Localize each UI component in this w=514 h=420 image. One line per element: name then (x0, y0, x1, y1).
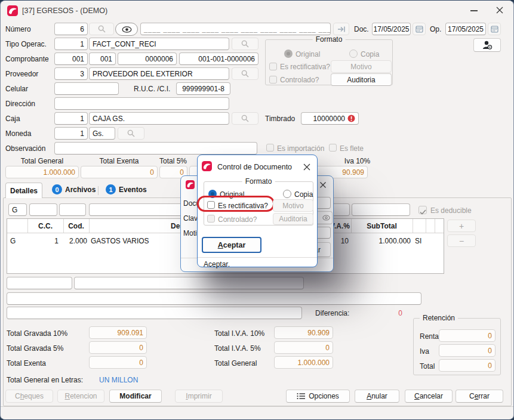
dialog-original-radio[interactable] (208, 190, 217, 198)
opciones-button[interactable]: Opciones (286, 390, 350, 403)
doc-calendar-button[interactable] (413, 23, 426, 35)
total-exenta-field: 0 (89, 356, 147, 369)
app-window: [37] EGRESOS - (DEMO) Número 6 ____ ____… (0, 0, 514, 420)
col-header-cod[interactable]: Cod. (63, 222, 89, 230)
close-button[interactable] (303, 163, 311, 171)
filter-field-cc[interactable] (29, 203, 57, 216)
total-iva10-label: Total I.V.A. 10% (214, 329, 264, 338)
moneda-desc-field[interactable]: Gs. (89, 127, 115, 140)
ruc-field[interactable]: 999999901-8 (176, 82, 230, 95)
comprobante-label: Comprobante (5, 55, 49, 63)
celular-label: Celular (5, 85, 28, 93)
total-exenta-label: Total Exenta (7, 359, 46, 368)
observacion-field[interactable] (54, 142, 257, 155)
doc-date-field[interactable]: 17/05/2025 (372, 23, 411, 35)
add-row-button[interactable]: + (447, 220, 476, 232)
total-5-top-label: Total 5% (153, 157, 193, 165)
moneda-code-field[interactable]: 1 (54, 127, 88, 140)
proveedor-search-button[interactable] (232, 67, 258, 80)
caja-search-button[interactable] (232, 112, 258, 125)
copia-radio[interactable] (349, 50, 358, 58)
imprimir-button[interactable]: Imprimir (175, 390, 223, 403)
timbrado-value: 10000000 (313, 115, 345, 123)
cancelar-button[interactable]: Cancelar (405, 390, 453, 403)
celular-field[interactable] (54, 82, 119, 95)
minimize-button[interactable] (470, 10, 478, 11)
original-radio[interactable] (284, 50, 293, 58)
dialog-motivo-button[interactable]: Motivo (273, 199, 313, 212)
col-header-cc[interactable]: C.C. (27, 222, 63, 230)
submit-arrow-button[interactable] (333, 23, 349, 35)
total-iva5-label: Total I.V.A. 5% (214, 344, 261, 353)
dialog-copia-radio[interactable] (283, 190, 291, 198)
es-flete-checkbox[interactable] (329, 144, 337, 152)
cheques-button[interactable]: Cheques (5, 390, 53, 403)
tab-archivos[interactable]: Archivos (65, 186, 96, 194)
search-icon (98, 25, 106, 33)
comprobante-field-2[interactable]: 001 (89, 52, 116, 65)
numero-search-button[interactable] (89, 23, 114, 35)
timbrado-field[interactable]: 10000000 (301, 112, 359, 125)
row-cod[interactable]: 2.000 (57, 237, 87, 245)
barcode-field[interactable]: ____ ____ ____ ____ ____ ____ ____ ____ … (140, 23, 331, 35)
detail-extra-field-4[interactable] (7, 307, 302, 319)
dialog-auditoria-button[interactable]: Auditoria (273, 213, 313, 225)
row-descripcion[interactable]: GASTOS VARIOS (91, 237, 149, 245)
calendar-icon (491, 25, 498, 33)
dialog-controlado-checkbox[interactable] (207, 215, 215, 223)
row-tipo[interactable]: G (10, 237, 16, 245)
total-gravada10-label: Total Gravada 10% (7, 329, 67, 338)
row-deducible[interactable]: SI (415, 237, 421, 245)
tab-eventos[interactable]: Eventos (119, 186, 147, 194)
list-icon (297, 393, 305, 400)
user-audit-button[interactable] (473, 38, 501, 52)
detail-extra-field-3[interactable] (7, 292, 421, 305)
op-date-field[interactable]: 17/05/2025 (445, 23, 486, 35)
preview-eye-button[interactable] (115, 23, 138, 36)
remove-row-button[interactable]: − (447, 234, 476, 247)
filter-field-cod[interactable] (59, 203, 86, 216)
dialog-separator (198, 257, 317, 258)
row-cc[interactable]: 1 (27, 237, 59, 245)
detail-extra-field-2[interactable] (74, 277, 304, 289)
motivo-button[interactable]: Motivo (331, 60, 392, 73)
proveedor-code-field[interactable]: 3 (54, 67, 88, 80)
dialog-copia-label: Copia (294, 190, 313, 199)
caja-desc-field[interactable]: CAJA GS. (89, 112, 229, 125)
filter-field-tipo[interactable]: G (8, 203, 27, 216)
es-importacion-label: Es importación (277, 144, 324, 153)
comprobante-field-3[interactable]: 0000006 (118, 52, 177, 65)
direccion-field[interactable] (54, 97, 229, 110)
row-subtotal[interactable]: 1.000.000 (351, 237, 411, 245)
es-deducible-checkbox[interactable] (418, 206, 427, 214)
es-importacion-checkbox[interactable] (266, 144, 274, 152)
filter-field-extra[interactable] (352, 203, 410, 216)
tipo-operac-search-button[interactable] (232, 38, 258, 50)
total-gravada10-field: 909.091 (89, 326, 147, 339)
close-button[interactable] (495, 6, 504, 14)
op-calendar-button[interactable] (488, 23, 501, 35)
es-rectificativa-checkbox[interactable] (269, 63, 277, 70)
modificar-button[interactable]: Modificar (109, 390, 162, 403)
auditoria-button[interactable]: Auditoria (331, 73, 392, 86)
tab-detalles[interactable]: Detalles (5, 183, 42, 198)
caja-code-field[interactable]: 1 (54, 112, 88, 125)
controlado-checkbox[interactable] (269, 76, 277, 84)
dialog-aceptar-button[interactable]: Aceptar (202, 237, 261, 253)
dialog-rectificativa-checkbox[interactable] (207, 201, 215, 209)
retencion-button[interactable]: Retencion (57, 390, 104, 403)
numero-field[interactable]: 6 (54, 23, 88, 35)
eye-icon (322, 215, 330, 221)
comprobante-field-1[interactable]: 001 (54, 52, 88, 65)
anular-button[interactable]: Anular (355, 390, 399, 403)
tipo-operac-code-field[interactable]: 1 (54, 38, 88, 50)
detail-extra-field-1[interactable] (7, 277, 72, 289)
proveedor-desc-field[interactable]: PROVEEDOR DEL EXTERIOR (89, 67, 229, 80)
tipo-operac-desc-field[interactable]: FACT_CONT_RECI (89, 38, 229, 50)
comprobante-field-4[interactable]: 001-001-0000006 (179, 52, 258, 65)
cerrar-button[interactable]: Cerrar (455, 390, 503, 403)
es-deducible-label: Es deducible (430, 206, 472, 215)
moneda-search-button[interactable] (118, 127, 144, 140)
close-button[interactable] (319, 181, 327, 189)
col-header-subtotal[interactable]: SubTotal (351, 222, 413, 230)
